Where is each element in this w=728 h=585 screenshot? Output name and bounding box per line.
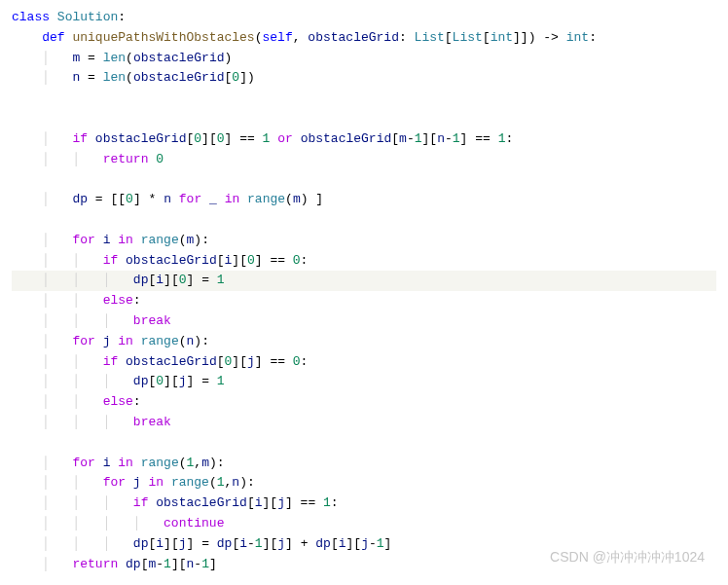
code-line: │ │ for j in range(1,n): (12, 473, 716, 494)
class-name: Solution (57, 10, 118, 24)
code-editor[interactable]: class Solution: def uniquePathsWithObsta… (12, 8, 716, 574)
code-line: │ for j in range(n): (12, 332, 716, 352)
code-line (12, 169, 716, 190)
code-line: class Solution: (12, 8, 716, 28)
code-line: │ │ │ │ continue (12, 514, 716, 534)
keyword-def: def (42, 30, 64, 45)
code-line: │ │ return 0 (12, 150, 716, 170)
code-line: def uniquePathsWithObstacles(self, obsta… (12, 28, 716, 49)
code-line: │ │ │ break (12, 311, 716, 332)
code-line: │ │ else: (12, 291, 716, 311)
code-line: │ │ │ dp[i][j] = dp[i-1][j] + dp[i][j-1] (12, 534, 716, 555)
code-line: │ if obstacleGrid[0][0] == 1 or obstacle… (12, 129, 716, 150)
code-line: │ │ │ dp[0][j] = 1 (12, 372, 716, 392)
code-line (12, 433, 716, 454)
code-line: │ for i in range(1,m): (12, 454, 716, 474)
code-line: │ n = len(obstacleGrid[0]) (12, 68, 716, 89)
code-line: │ dp = [[0] * n for _ in range(m) ] (12, 190, 716, 210)
keyword-class: class (12, 10, 50, 24)
code-line: │ m = len(obstacleGrid) (12, 49, 716, 69)
code-line: │ │ if obstacleGrid[i][0] == 0: (12, 251, 716, 272)
code-line-highlighted: │ │ │ dp[i][0] = 1 (12, 271, 716, 291)
function-name: uniquePathsWithObstacles (72, 30, 254, 45)
code-line: │ │ else: (12, 392, 716, 413)
code-line (12, 109, 716, 129)
code-line: │ │ │ if obstacleGrid[i][j] == 1: (12, 494, 716, 514)
code-line: │ for i in range(m): (12, 231, 716, 251)
code-line (12, 89, 716, 109)
code-line (12, 210, 716, 231)
code-line: │ │ │ break (12, 413, 716, 433)
code-line: │ │ if obstacleGrid[0][j] == 0: (12, 352, 716, 373)
code-line: │ return dp[m-1][n-1] (12, 555, 716, 575)
